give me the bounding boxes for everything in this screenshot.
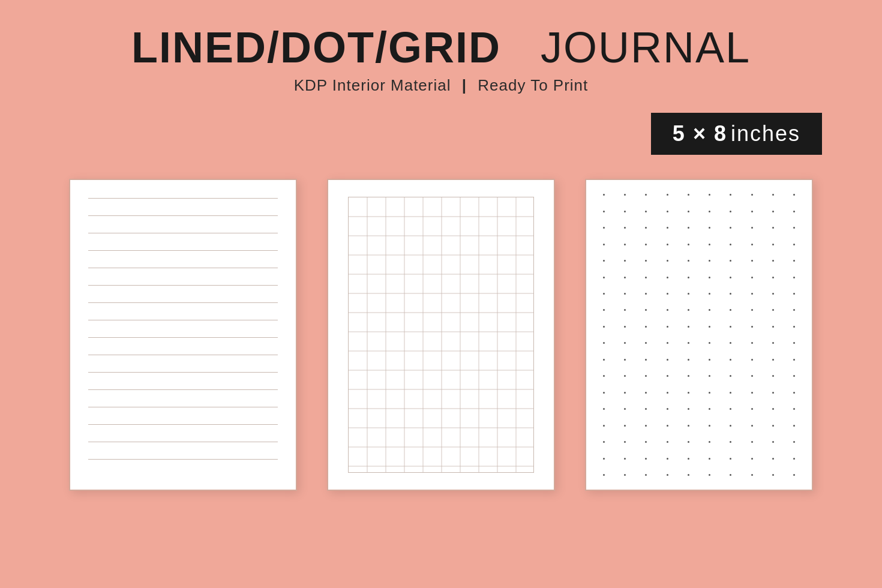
dot bbox=[709, 260, 710, 262]
lined-page bbox=[70, 180, 296, 490]
dot bbox=[667, 392, 668, 394]
dot bbox=[688, 375, 689, 377]
dot bbox=[772, 474, 774, 476]
dot bbox=[751, 194, 753, 196]
dot bbox=[709, 227, 710, 229]
dot bbox=[688, 227, 689, 229]
dot bbox=[667, 441, 668, 443]
dot bbox=[688, 293, 689, 295]
dot bbox=[751, 244, 753, 245]
lined-journal-card bbox=[69, 179, 297, 491]
dot bbox=[730, 260, 731, 262]
dot bbox=[793, 309, 795, 311]
dot bbox=[603, 293, 605, 295]
dot bbox=[688, 408, 689, 410]
dot bbox=[751, 408, 753, 410]
dot-row bbox=[603, 408, 795, 410]
dot bbox=[709, 474, 710, 476]
dot bbox=[709, 277, 710, 278]
dot bbox=[793, 408, 795, 410]
dot bbox=[772, 392, 774, 394]
line-5 bbox=[88, 268, 278, 268]
dot-row bbox=[603, 293, 795, 295]
dot bbox=[688, 392, 689, 394]
dot bbox=[793, 227, 795, 229]
dot bbox=[645, 458, 647, 460]
dot bbox=[751, 309, 753, 311]
dot bbox=[793, 194, 795, 196]
dot bbox=[709, 211, 710, 212]
dot bbox=[730, 211, 731, 212]
dot-row bbox=[603, 211, 795, 212]
dot bbox=[730, 392, 731, 394]
dot bbox=[730, 326, 731, 328]
dot bbox=[645, 309, 647, 311]
dot bbox=[645, 441, 647, 443]
dot bbox=[645, 211, 647, 212]
dot bbox=[751, 375, 753, 377]
dot bbox=[603, 392, 605, 394]
dot bbox=[751, 474, 753, 476]
title-light-part: JOURNAL bbox=[541, 23, 751, 71]
dot bbox=[688, 425, 689, 427]
dot bbox=[688, 441, 689, 443]
dot-row bbox=[603, 392, 795, 394]
dot bbox=[709, 326, 710, 328]
dot bbox=[624, 194, 626, 196]
dot bbox=[603, 408, 605, 410]
dot bbox=[793, 211, 795, 212]
dot bbox=[645, 359, 647, 361]
dot bbox=[772, 375, 774, 377]
dot bbox=[772, 359, 774, 361]
dot bbox=[730, 277, 731, 278]
dot bbox=[730, 194, 731, 196]
dot bbox=[667, 375, 668, 377]
dot bbox=[645, 474, 647, 476]
dot bbox=[730, 359, 731, 361]
grid-page bbox=[328, 180, 554, 490]
dot bbox=[603, 260, 605, 262]
dot-journal-card bbox=[585, 179, 813, 491]
dot bbox=[624, 260, 626, 262]
dot bbox=[624, 474, 626, 476]
dot bbox=[645, 293, 647, 295]
dot bbox=[624, 277, 626, 278]
dot bbox=[772, 441, 774, 443]
dot-row bbox=[603, 474, 795, 476]
dot bbox=[772, 244, 774, 245]
dot bbox=[667, 293, 668, 295]
dot bbox=[709, 425, 710, 427]
line-12 bbox=[88, 389, 278, 390]
grid-svg bbox=[349, 197, 533, 472]
dot bbox=[667, 425, 668, 427]
dot bbox=[688, 326, 689, 328]
dot bbox=[772, 326, 774, 328]
dot bbox=[709, 342, 710, 344]
dot bbox=[793, 375, 795, 377]
dot bbox=[645, 194, 647, 196]
dot bbox=[624, 244, 626, 245]
page-header: LINED/DOT/GRID JOURNAL KDP Interior Mate… bbox=[131, 0, 751, 95]
dot bbox=[624, 408, 626, 410]
dot bbox=[730, 293, 731, 295]
dot-row bbox=[603, 227, 795, 229]
dot bbox=[688, 260, 689, 262]
dot bbox=[772, 425, 774, 427]
dot bbox=[772, 260, 774, 262]
dot bbox=[751, 227, 753, 229]
dot bbox=[709, 375, 710, 377]
dot bbox=[603, 359, 605, 361]
dot bbox=[751, 392, 753, 394]
grid-inner bbox=[348, 197, 534, 473]
dot bbox=[793, 458, 795, 460]
grid-journal-card bbox=[327, 179, 555, 491]
dot bbox=[772, 309, 774, 311]
dot bbox=[624, 359, 626, 361]
dot bbox=[730, 408, 731, 410]
line-3 bbox=[88, 233, 278, 233]
dot bbox=[793, 425, 795, 427]
dot bbox=[793, 359, 795, 361]
dot bbox=[645, 244, 647, 245]
dot bbox=[709, 458, 710, 460]
size-badge-wrapper: 5 × 8inches bbox=[0, 113, 882, 155]
